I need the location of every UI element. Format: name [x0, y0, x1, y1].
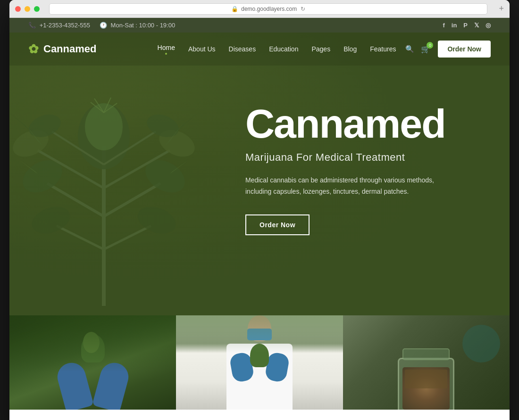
website-content: 📞 +1-2353-4352-555 🕐 Mon-Sat : 10:00 - 1…: [9, 18, 510, 420]
gallery-item-3: [343, 315, 510, 410]
browser-window: 🔒 demo.goodlayers.com ↻ + 📞 +1-2353-4352…: [9, 0, 510, 420]
site-logo[interactable]: ✿ Cannamed: [28, 42, 96, 57]
nav-actions: 🔍 🛒 0: [405, 45, 430, 54]
hours-text: Mon-Sat : 10:00 - 19:00: [111, 22, 176, 29]
browser-titlebar: 🔒 demo.goodlayers.com ↻ +: [9, 0, 510, 18]
active-indicator: [165, 53, 167, 55]
topbar-social: f in P 𝕏 ◎: [443, 22, 491, 29]
phone-info: 📞 +1-2353-4352-555: [28, 22, 90, 29]
nav-item-blog[interactable]: Blog: [343, 45, 357, 53]
clock-icon: 🕐: [100, 22, 107, 29]
gallery-item-1: [9, 315, 176, 410]
address-bar[interactable]: 🔒 demo.goodlayers.com ↻: [49, 3, 487, 15]
pages-link[interactable]: Pages: [311, 45, 330, 53]
hero-cta-button[interactable]: Order Now: [245, 214, 310, 235]
twitter-icon[interactable]: 𝕏: [474, 22, 479, 29]
logo-text: Cannamed: [43, 43, 96, 55]
hero-title: Cannamed: [245, 103, 491, 144]
facebook-icon[interactable]: f: [443, 22, 444, 29]
nav-order-button[interactable]: Order Now: [438, 41, 491, 58]
maximize-button[interactable]: [34, 6, 40, 12]
features-link[interactable]: Features: [370, 45, 396, 53]
bottom-section: [9, 410, 510, 420]
hero-content: Cannamed Marijuana For Medical Treatment…: [9, 66, 510, 273]
linkedin-icon[interactable]: in: [452, 22, 457, 29]
navigation: ✿ Cannamed Home About Us Diseases: [9, 33, 510, 66]
url-text: demo.goodlayers.com: [241, 6, 297, 12]
minimize-button[interactable]: [25, 6, 30, 12]
phone-icon: 📞: [28, 22, 36, 29]
instagram-icon[interactable]: ◎: [486, 22, 491, 29]
cart-badge: 0: [427, 42, 433, 49]
phone-number: +1-2353-4352-555: [40, 22, 90, 29]
refresh-icon[interactable]: ↻: [301, 6, 305, 12]
leaf-icon: ✿: [28, 42, 39, 57]
pinterest-icon[interactable]: P: [463, 22, 468, 29]
hero-description: Medical cannabis can be administered thr…: [245, 175, 444, 198]
nav-item-features[interactable]: Features: [370, 45, 396, 53]
hero-subtitle: Marijuana For Medical Treatment: [245, 151, 491, 164]
nav-item-pages[interactable]: Pages: [311, 45, 330, 53]
close-button[interactable]: [15, 6, 21, 12]
hero-section: ✿ Cannamed Home About Us Diseases: [9, 33, 510, 315]
topbar-contact: 📞 +1-2353-4352-555 🕐 Mon-Sat : 10:00 - 1…: [28, 22, 175, 29]
nav-item-diseases[interactable]: Diseases: [229, 45, 256, 53]
cart-icon[interactable]: 🛒 0: [421, 45, 430, 54]
search-icon[interactable]: 🔍: [405, 45, 414, 53]
nav-item-about[interactable]: About Us: [188, 45, 216, 53]
nav-item-home[interactable]: Home: [158, 43, 175, 55]
diseases-link[interactable]: Diseases: [229, 45, 256, 53]
blog-link[interactable]: Blog: [343, 45, 357, 53]
home-link[interactable]: Home: [158, 44, 175, 51]
nav-item-education[interactable]: Education: [269, 45, 298, 53]
education-link[interactable]: Education: [269, 45, 298, 53]
gallery-item-2: [176, 315, 343, 410]
lock-icon: 🔒: [231, 6, 238, 12]
hours-info: 🕐 Mon-Sat : 10:00 - 19:00: [100, 22, 175, 29]
nav-links: Home About Us Diseases Education Pages: [158, 43, 396, 55]
new-tab-icon[interactable]: +: [499, 4, 504, 14]
gallery-strip: [9, 315, 510, 410]
topbar: 📞 +1-2353-4352-555 🕐 Mon-Sat : 10:00 - 1…: [9, 18, 510, 33]
about-link[interactable]: About Us: [188, 45, 216, 53]
